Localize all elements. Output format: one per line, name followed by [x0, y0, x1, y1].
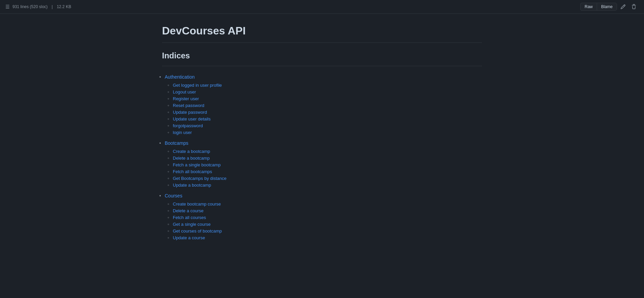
sub-item-0-7: login user — [173, 130, 482, 135]
sub-link-3[interactable]: Get a single course — [173, 222, 211, 227]
sub-item-0-5: Update user details — [173, 116, 482, 121]
raw-blame-group: Raw Blame — [580, 3, 617, 11]
sub-link-7[interactable]: login user — [173, 130, 192, 135]
category-link-authentication[interactable]: Authentication — [165, 74, 195, 80]
file-actions: Raw Blame — [580, 3, 639, 11]
blame-button[interactable]: Blame — [597, 3, 617, 11]
category-link-bootcamps[interactable]: Bootcamps — [165, 140, 188, 146]
sub-link-4[interactable]: Get courses of bootcamp — [173, 228, 222, 234]
sub-link-5[interactable]: Update a bootcamp — [173, 183, 211, 188]
sub-link-1[interactable]: Delete a bootcamp — [173, 156, 210, 161]
sub-item-0-6: forgotpassword — [173, 123, 482, 128]
sub-link-1[interactable]: Delete a course — [173, 208, 204, 213]
sub-list-1: Create a bootcampDelete a bootcampFetch … — [165, 148, 482, 188]
sub-link-0[interactable]: Create bootcamp course — [173, 201, 221, 207]
title-divider — [162, 43, 482, 43]
lines-icon: ☰ — [5, 4, 10, 9]
sub-item-0-0: Get logged in user profile — [173, 82, 482, 88]
sub-link-6[interactable]: forgotpassword — [173, 123, 203, 128]
sub-item-1-5: Update a bootcamp — [173, 182, 482, 188]
sub-link-5[interactable]: Update a course — [173, 235, 205, 240]
sub-item-0-2: Register user — [173, 96, 482, 101]
file-size: 12.2 KB — [57, 4, 71, 9]
trash-icon — [631, 4, 637, 9]
sub-item-0-3: Reset password — [173, 103, 482, 108]
sub-item-2-3: Get a single course — [173, 221, 482, 227]
sub-link-5[interactable]: Update user details — [173, 116, 211, 121]
sub-item-2-2: Fetch all courses — [173, 215, 482, 220]
sub-item-1-0: Create a bootcamp — [173, 148, 482, 154]
index-list: AuthenticationGet logged in user profile… — [162, 74, 482, 240]
file-info: ☰ 931 lines (520 sloc) | 12.2 KB — [5, 4, 71, 9]
sub-list-0: Get logged in user profileLogout userReg… — [165, 82, 482, 135]
category-item-2: CoursesCreate bootcamp courseDelete a co… — [165, 193, 482, 240]
sub-item-0-4: Update password — [173, 109, 482, 115]
edit-button[interactable] — [618, 3, 628, 11]
sub-item-2-5: Update a course — [173, 235, 482, 240]
category-item-0: AuthenticationGet logged in user profile… — [165, 74, 482, 135]
sub-link-2[interactable]: Register user — [173, 96, 199, 101]
sub-item-2-4: Get courses of bootcamp — [173, 228, 482, 234]
delete-button[interactable] — [629, 3, 639, 11]
sub-link-4[interactable]: Update password — [173, 110, 207, 115]
sub-item-1-1: Delete a bootcamp — [173, 155, 482, 161]
category-item-1: BootcampsCreate a bootcampDelete a bootc… — [165, 140, 482, 188]
sub-item-1-4: Get Bootcamps by distance — [173, 175, 482, 181]
sub-link-0[interactable]: Create a bootcamp — [173, 149, 210, 154]
sub-link-4[interactable]: Get Bootcamps by distance — [173, 176, 226, 181]
sub-item-1-2: Fetch a single bootcamp — [173, 162, 482, 167]
indices-heading: Indices — [162, 51, 482, 60]
sub-list-2: Create bootcamp courseDelete a courseFet… — [165, 201, 482, 240]
page-title: DevCourses API — [162, 25, 482, 37]
raw-button[interactable]: Raw — [580, 3, 597, 11]
sub-link-0[interactable]: Get logged in user profile — [173, 83, 222, 88]
sub-link-3[interactable]: Fetch all bootcamps — [173, 169, 212, 174]
top-bar: ☰ 931 lines (520 sloc) | 12.2 KB Raw Bla… — [0, 0, 644, 14]
pencil-icon — [620, 4, 626, 9]
content-wrapper: DevCourses API Indices AuthenticationGet… — [157, 14, 487, 256]
category-link-courses[interactable]: Courses — [165, 193, 182, 198]
sub-link-2[interactable]: Fetch all courses — [173, 215, 206, 220]
sub-item-2-0: Create bootcamp course — [173, 201, 482, 207]
sub-item-0-1: Logout user — [173, 89, 482, 94]
separator: | — [52, 4, 53, 9]
sub-link-1[interactable]: Logout user — [173, 89, 196, 94]
sub-link-3[interactable]: Reset password — [173, 103, 204, 108]
sub-link-2[interactable]: Fetch a single bootcamp — [173, 162, 221, 167]
file-lines: 931 lines (520 sloc) — [12, 4, 48, 9]
sub-item-2-1: Delete a course — [173, 208, 482, 213]
indices-divider — [162, 66, 482, 66]
sub-item-1-3: Fetch all bootcamps — [173, 169, 482, 174]
